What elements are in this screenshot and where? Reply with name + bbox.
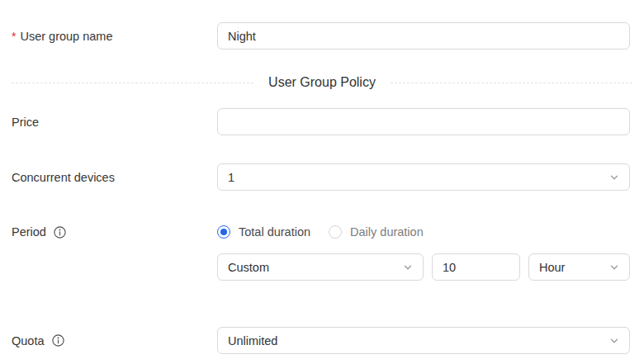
row-concurrent-devices: Concurrent devices 1 [0,163,644,191]
row-user-group-name: * User group name [0,22,644,50]
section-title: User Group Policy [268,75,376,90]
user-group-form: * User group name User Group Policy Pric… [0,22,644,364]
chevron-down-icon [609,336,619,346]
radio-unselected-icon [329,225,342,239]
price-label: Price [12,116,217,129]
concurrent-devices-label: Concurrent devices [12,171,217,184]
section-divider: User Group Policy [0,73,644,92]
row-price: Price [0,108,644,135]
user-group-name-label-text: User group name [20,30,112,43]
period-mode-value: Custom [228,261,269,274]
period-label: Period [12,222,217,242]
row-quota: Quota Unlimited [0,327,644,354]
radio-daily-duration-label: Daily duration [350,225,424,239]
user-group-name-input[interactable] [217,22,630,50]
quota-value: Unlimited [228,334,277,347]
row-period: Period Total duration Daily duration [0,222,644,281]
period-mode-select[interactable]: Custom [217,253,424,281]
radio-daily-duration[interactable]: Daily duration [329,225,424,239]
period-unit-select[interactable]: Hour [528,253,630,281]
required-asterisk: * [12,30,16,43]
user-group-name-label: * User group name [12,30,217,43]
period-radio-group: Total duration Daily duration [217,222,630,242]
quota-label: Quota [12,334,217,347]
concurrent-devices-select[interactable]: 1 [217,163,630,191]
chevron-down-icon [609,262,619,272]
radio-total-duration-label: Total duration [239,225,310,239]
period-label-text: Period [12,225,46,239]
info-circle-icon[interactable] [52,334,64,347]
period-unit-value: Hour [539,261,565,274]
period-duration-input[interactable] [432,253,520,281]
info-circle-icon[interactable] [54,226,66,239]
concurrent-devices-value: 1 [228,171,234,184]
quota-label-text: Quota [12,334,45,347]
period-duration-controls: Custom Hour [217,253,630,281]
price-input[interactable] [217,108,630,135]
chevron-down-icon [403,262,413,272]
chevron-down-icon [609,173,619,182]
quota-select[interactable]: Unlimited [217,327,630,354]
radio-selected-icon [217,225,230,239]
radio-total-duration[interactable]: Total duration [217,225,310,239]
